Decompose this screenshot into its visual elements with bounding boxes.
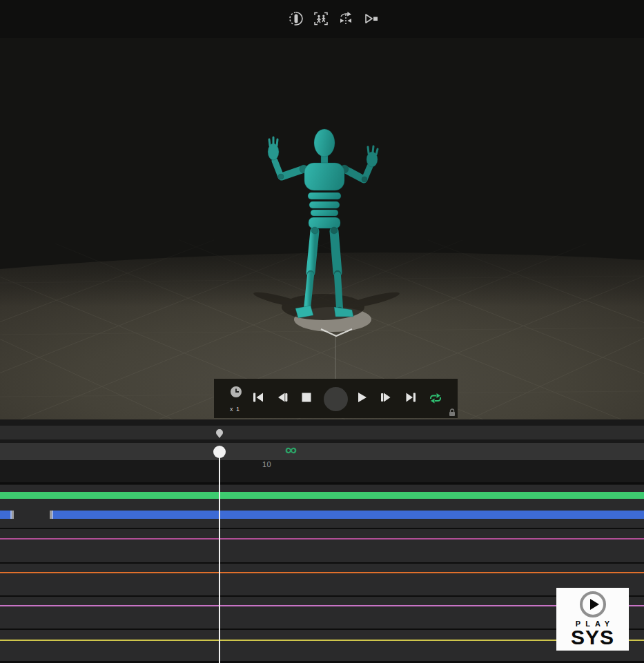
- lock-icon: [449, 408, 456, 417]
- skip-to-end-button[interactable]: [404, 390, 418, 404]
- character-ghost-icon: [288, 10, 304, 27]
- loop-button[interactable]: [427, 392, 444, 404]
- step-back-button[interactable]: [275, 390, 289, 404]
- character-ghost-button[interactable]: [287, 10, 305, 28]
- track-line-orange[interactable]: [0, 572, 644, 573]
- timeline-ruler-track[interactable]: [0, 443, 644, 460]
- blue-clip-1-marker[interactable]: [12, 511, 14, 519]
- playback-speed-button[interactable]: [229, 385, 243, 399]
- stop-button[interactable]: [300, 390, 313, 404]
- skip-to-end-icon: [404, 390, 418, 404]
- mirror-pose-icon: [338, 10, 354, 27]
- app-window: x 1: [0, 0, 644, 663]
- select-characters-button[interactable]: [312, 10, 330, 28]
- lock-toggle[interactable]: [449, 407, 456, 419]
- select-characters-icon: [313, 10, 329, 27]
- mirror-pose-button[interactable]: [337, 10, 355, 28]
- clock-icon: [229, 385, 243, 399]
- blue-clip-2[interactable]: [53, 511, 644, 519]
- step-forward-button[interactable]: [379, 390, 393, 404]
- top-toolbar: [0, 0, 644, 38]
- separator: [0, 482, 644, 484]
- frame-number-label: 10: [262, 460, 271, 468]
- viewport-3d[interactable]: [0, 38, 644, 419]
- step-back-icon: [275, 390, 289, 404]
- logo-word-sys: SYS: [571, 628, 614, 647]
- loop-icon: [427, 392, 444, 404]
- separator: [0, 629, 644, 630]
- summary-playhead-pin[interactable]: [216, 429, 223, 436]
- timeline-tracks-area: [0, 485, 644, 663]
- playsys-logo: PLAY SYS: [556, 588, 629, 651]
- blue-clip-1[interactable]: [0, 511, 10, 519]
- playback-range-button[interactable]: [362, 10, 380, 28]
- track-line-violet[interactable]: [0, 605, 644, 606]
- track-line-pink[interactable]: [0, 538, 644, 540]
- play-icon: [355, 390, 369, 404]
- playback-range-icon: [362, 10, 379, 27]
- play-logo-icon: [580, 591, 606, 617]
- playback-bar: x 1: [214, 379, 458, 418]
- separator: [0, 528, 644, 529]
- step-forward-icon: [379, 390, 393, 404]
- loop-range-indicator[interactable]: ∞: [285, 441, 297, 459]
- track-line-yellow[interactable]: [0, 640, 644, 641]
- stop-icon: [300, 390, 313, 404]
- record-button[interactable]: [324, 387, 348, 411]
- separator: [0, 595, 644, 597]
- skip-to-start-icon: [251, 390, 265, 404]
- playback-speed-label: x 1: [230, 406, 240, 413]
- timeline-panel: ∞ 10: [0, 419, 644, 663]
- play-button[interactable]: [355, 390, 369, 404]
- playhead-line[interactable]: [219, 452, 220, 663]
- timeline-summary-track[interactable]: [0, 426, 644, 439]
- track-bar-blue[interactable]: [0, 511, 644, 519]
- track-bar-green[interactable]: [0, 492, 644, 499]
- skip-to-start-button[interactable]: [251, 390, 265, 404]
- toolbar-icon-group: [287, 10, 380, 28]
- separator: [0, 562, 644, 564]
